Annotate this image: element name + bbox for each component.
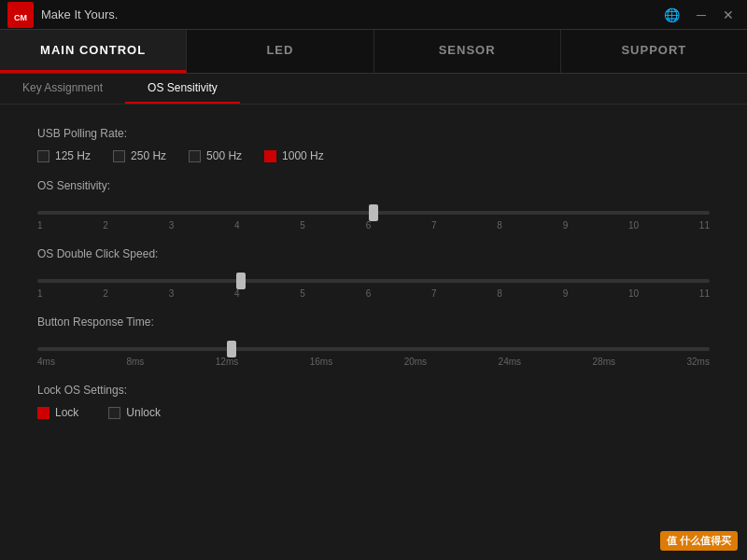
button-response-slider[interactable] [37,347,710,351]
polling-250hz-label: 250 Hz [131,149,166,162]
polling-250hz[interactable]: 250 Hz [113,149,166,162]
subtab-os-sensitivity[interactable]: OS Sensitivity [125,74,240,104]
window-controls: 🌐 ─ ✕ [658,6,740,24]
lock-options: Lock Unlock [37,406,710,419]
app-title: Make It Yours. [41,7,658,21]
polling-125hz-label: 125 Hz [55,149,91,162]
svg-text:CM: CM [14,13,27,22]
lock-option[interactable]: Lock [37,406,78,419]
content-area: USB Polling Rate: 125 Hz 250 Hz 500 Hz 1… [0,105,747,458]
title-bar: CM Make It Yours. 🌐 ─ ✕ [0,0,747,30]
tab-support[interactable]: SUPPORT [561,30,747,73]
lock-label: Lock [55,406,78,419]
unlock-option[interactable]: Unlock [108,406,161,419]
app-logo: CM [7,2,34,28]
usb-polling-rate-options: 125 Hz 250 Hz 500 Hz 1000 Hz [37,149,710,162]
unlock-checkbox[interactable] [108,407,120,419]
button-response-label: Button Response Time: [37,315,710,329]
close-icon[interactable]: ✕ [717,6,740,24]
globe-icon[interactable]: 🌐 [658,6,685,24]
tab-main-control[interactable]: MAIN CONTROL [0,30,187,73]
os-sensitivity-label: OS Sensitivity: [37,179,710,192]
lock-checkbox[interactable] [37,407,49,419]
minimize-icon[interactable]: ─ [691,6,712,24]
os-double-click-slider[interactable] [37,279,710,283]
button-response-ticks: 4ms8ms12ms16ms20ms24ms28ms32ms [37,357,710,367]
os-double-click-label: OS Double Click Speed: [37,247,710,260]
sub-nav: Key Assignment OS Sensitivity [0,74,747,105]
lock-settings-label: Lock OS Settings: [37,384,710,397]
os-double-click-section: OS Double Click Speed: 1234567891011 [37,247,710,299]
os-sensitivity-slider-container: 1234567891011 [37,202,710,231]
lock-settings-section: Lock OS Settings: Lock Unlock [37,384,710,419]
polling-500hz-checkbox[interactable] [189,150,201,162]
subtab-key-assignment[interactable]: Key Assignment [0,74,125,104]
tab-led[interactable]: LED [187,30,374,73]
usb-polling-rate-section: USB Polling Rate: 125 Hz 250 Hz 500 Hz 1… [37,127,710,162]
usb-polling-rate-label: USB Polling Rate: [37,127,710,140]
polling-1000hz-label: 1000 Hz [282,149,324,162]
polling-1000hz[interactable]: 1000 Hz [264,149,324,162]
polling-500hz[interactable]: 500 Hz [189,149,242,162]
os-sensitivity-section: OS Sensitivity: 1234567891011 [37,179,710,231]
os-double-click-ticks: 1234567891011 [37,288,710,299]
polling-1000hz-checkbox[interactable] [264,150,276,162]
button-response-section: Button Response Time: 4ms8ms12ms16ms20ms… [37,315,710,367]
os-double-click-slider-container: 1234567891011 [37,270,710,299]
os-sensitivity-ticks: 1234567891011 [37,220,710,231]
main-nav: MAIN CONTROL LED SENSOR SUPPORT [0,30,747,74]
os-sensitivity-slider[interactable] [37,211,710,215]
polling-125hz[interactable]: 125 Hz [37,149,91,162]
polling-250hz-checkbox[interactable] [113,150,125,162]
tab-sensor[interactable]: SENSOR [374,30,561,73]
polling-500hz-label: 500 Hz [206,149,242,162]
watermark: 值 什么值得买 [660,531,738,551]
button-response-slider-container: 4ms8ms12ms16ms20ms24ms28ms32ms [37,338,710,367]
unlock-label: Unlock [126,406,161,419]
polling-125hz-checkbox[interactable] [37,150,49,162]
